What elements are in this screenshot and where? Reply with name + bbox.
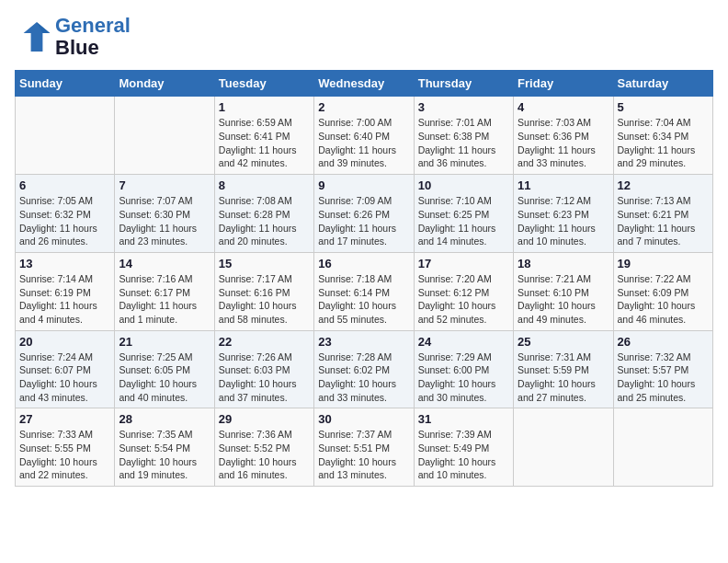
calendar-cell: 6Sunrise: 7:05 AM Sunset: 6:32 PM Daylig…: [16, 175, 115, 253]
calendar-table: SundayMondayTuesdayWednesdayThursdayFrid…: [15, 70, 713, 487]
day-number: 23: [318, 335, 409, 349]
calendar-cell: 10Sunrise: 7:10 AM Sunset: 6:25 PM Dayli…: [414, 175, 513, 253]
day-number: 29: [219, 412, 310, 426]
calendar-cell: 27Sunrise: 7:33 AM Sunset: 5:55 PM Dayli…: [16, 408, 115, 487]
calendar-cell: [115, 97, 214, 175]
calendar-cell: 15Sunrise: 7:17 AM Sunset: 6:16 PM Dayli…: [214, 252, 313, 330]
calendar-cell: 7Sunrise: 7:07 AM Sunset: 6:30 PM Daylig…: [115, 175, 214, 253]
day-info: Sunrise: 7:31 AM Sunset: 5:59 PM Dayligh…: [518, 350, 609, 405]
day-number: 31: [418, 412, 509, 426]
day-info: Sunrise: 7:29 AM Sunset: 6:00 PM Dayligh…: [418, 350, 509, 405]
day-info: Sunrise: 6:59 AM Sunset: 6:41 PM Dayligh…: [219, 116, 310, 170]
day-number: 11: [518, 178, 609, 192]
calendar-cell: 26Sunrise: 7:32 AM Sunset: 5:57 PM Dayli…: [613, 330, 712, 408]
day-number: 12: [618, 178, 709, 192]
day-info: Sunrise: 7:26 AM Sunset: 6:03 PM Dayligh…: [219, 350, 310, 405]
day-number: 15: [219, 257, 310, 270]
day-number: 21: [119, 335, 210, 349]
day-info: Sunrise: 7:01 AM Sunset: 6:38 PM Dayligh…: [418, 116, 509, 170]
calendar-cell: 4Sunrise: 7:03 AM Sunset: 6:36 PM Daylig…: [514, 97, 613, 175]
day-info: Sunrise: 7:14 AM Sunset: 6:19 PM Dayligh…: [19, 272, 110, 327]
day-number: 27: [19, 412, 110, 426]
day-info: Sunrise: 7:36 AM Sunset: 5:52 PM Dayligh…: [219, 428, 310, 482]
day-info: Sunrise: 7:28 AM Sunset: 6:02 PM Dayligh…: [318, 350, 409, 405]
day-number: 24: [418, 335, 509, 349]
calendar-cell: 18Sunrise: 7:21 AM Sunset: 6:10 PM Dayli…: [514, 252, 613, 330]
calendar-header-sunday: Sunday: [16, 71, 115, 97]
calendar-cell: 30Sunrise: 7:37 AM Sunset: 5:51 PM Dayli…: [314, 408, 414, 487]
calendar-header-saturday: Saturday: [613, 71, 712, 97]
day-info: Sunrise: 7:12 AM Sunset: 6:23 PM Dayligh…: [518, 194, 609, 248]
logo-icon: [15, 18, 51, 55]
day-info: Sunrise: 7:33 AM Sunset: 5:55 PM Dayligh…: [19, 428, 110, 482]
day-number: 1: [219, 100, 310, 114]
day-info: Sunrise: 7:25 AM Sunset: 6:05 PM Dayligh…: [119, 350, 210, 405]
calendar-cell: 19Sunrise: 7:22 AM Sunset: 6:09 PM Dayli…: [613, 252, 712, 330]
calendar-cell: 14Sunrise: 7:16 AM Sunset: 6:17 PM Dayli…: [115, 252, 214, 330]
day-info: Sunrise: 7:18 AM Sunset: 6:14 PM Dayligh…: [318, 272, 409, 327]
day-info: Sunrise: 7:08 AM Sunset: 6:28 PM Dayligh…: [219, 194, 310, 248]
day-info: Sunrise: 7:35 AM Sunset: 5:54 PM Dayligh…: [119, 428, 210, 482]
day-number: 19: [618, 257, 709, 270]
calendar-cell: 20Sunrise: 7:24 AM Sunset: 6:07 PM Dayli…: [16, 330, 115, 408]
day-info: Sunrise: 7:20 AM Sunset: 6:12 PM Dayligh…: [418, 272, 509, 327]
calendar-week-row: 6Sunrise: 7:05 AM Sunset: 6:32 PM Daylig…: [16, 175, 713, 253]
calendar-cell: 21Sunrise: 7:25 AM Sunset: 6:05 PM Dayli…: [115, 330, 214, 408]
day-info: Sunrise: 7:04 AM Sunset: 6:34 PM Dayligh…: [618, 116, 709, 170]
day-number: 13: [19, 257, 110, 270]
calendar-cell: 5Sunrise: 7:04 AM Sunset: 6:34 PM Daylig…: [613, 97, 712, 175]
day-info: Sunrise: 7:32 AM Sunset: 5:57 PM Dayligh…: [618, 350, 709, 405]
calendar-cell: 3Sunrise: 7:01 AM Sunset: 6:38 PM Daylig…: [414, 97, 513, 175]
calendar-week-row: 20Sunrise: 7:24 AM Sunset: 6:07 PM Dayli…: [16, 330, 713, 408]
day-number: 14: [119, 257, 210, 270]
calendar-cell: 25Sunrise: 7:31 AM Sunset: 5:59 PM Dayli…: [514, 330, 613, 408]
day-number: 4: [518, 100, 609, 114]
day-info: Sunrise: 7:10 AM Sunset: 6:25 PM Dayligh…: [418, 194, 509, 248]
day-number: 17: [418, 257, 509, 270]
day-info: Sunrise: 7:07 AM Sunset: 6:30 PM Dayligh…: [119, 194, 210, 248]
calendar-header-tuesday: Tuesday: [214, 71, 313, 97]
calendar-header-thursday: Thursday: [414, 71, 513, 97]
day-number: 10: [418, 178, 509, 192]
day-number: 6: [19, 178, 110, 192]
day-info: Sunrise: 7:37 AM Sunset: 5:51 PM Dayligh…: [318, 428, 409, 482]
calendar-header-wednesday: Wednesday: [314, 71, 414, 97]
logo-text: General Blue: [55, 15, 131, 59]
calendar-cell: [514, 408, 613, 487]
svg-marker-0: [24, 22, 51, 52]
day-info: Sunrise: 7:17 AM Sunset: 6:16 PM Dayligh…: [219, 272, 310, 327]
day-info: Sunrise: 7:39 AM Sunset: 5:49 PM Dayligh…: [418, 428, 509, 482]
calendar-header-friday: Friday: [514, 71, 613, 97]
day-info: Sunrise: 7:22 AM Sunset: 6:09 PM Dayligh…: [618, 272, 709, 327]
day-number: 8: [219, 178, 310, 192]
day-number: 2: [318, 100, 409, 114]
day-info: Sunrise: 7:03 AM Sunset: 6:36 PM Dayligh…: [518, 116, 609, 170]
calendar-cell: 22Sunrise: 7:26 AM Sunset: 6:03 PM Dayli…: [214, 330, 313, 408]
calendar-cell: 16Sunrise: 7:18 AM Sunset: 6:14 PM Dayli…: [314, 252, 414, 330]
day-number: 5: [618, 100, 709, 114]
calendar-header-monday: Monday: [115, 71, 214, 97]
day-number: 18: [518, 257, 609, 270]
calendar-cell: 9Sunrise: 7:09 AM Sunset: 6:26 PM Daylig…: [314, 175, 414, 253]
day-number: 28: [119, 412, 210, 426]
calendar-cell: 2Sunrise: 7:00 AM Sunset: 6:40 PM Daylig…: [314, 97, 414, 175]
day-number: 30: [318, 412, 409, 426]
calendar-cell: [613, 408, 712, 487]
calendar-cell: 11Sunrise: 7:12 AM Sunset: 6:23 PM Dayli…: [514, 175, 613, 253]
calendar-cell: 23Sunrise: 7:28 AM Sunset: 6:02 PM Dayli…: [314, 330, 414, 408]
day-number: 7: [119, 178, 210, 192]
day-info: Sunrise: 7:09 AM Sunset: 6:26 PM Dayligh…: [318, 194, 409, 248]
calendar-cell: 29Sunrise: 7:36 AM Sunset: 5:52 PM Dayli…: [214, 408, 313, 487]
day-number: 3: [418, 100, 509, 114]
calendar-cell: 17Sunrise: 7:20 AM Sunset: 6:12 PM Dayli…: [414, 252, 513, 330]
day-info: Sunrise: 7:24 AM Sunset: 6:07 PM Dayligh…: [19, 350, 110, 405]
calendar-week-row: 13Sunrise: 7:14 AM Sunset: 6:19 PM Dayli…: [16, 252, 713, 330]
day-info: Sunrise: 7:13 AM Sunset: 6:21 PM Dayligh…: [618, 194, 709, 248]
day-number: 9: [318, 178, 409, 192]
day-info: Sunrise: 7:00 AM Sunset: 6:40 PM Dayligh…: [318, 116, 409, 170]
calendar-cell: 13Sunrise: 7:14 AM Sunset: 6:19 PM Dayli…: [16, 252, 115, 330]
day-info: Sunrise: 7:05 AM Sunset: 6:32 PM Dayligh…: [19, 194, 110, 248]
day-number: 20: [19, 335, 110, 349]
page-header: General Blue: [15, 15, 713, 59]
calendar-cell: 8Sunrise: 7:08 AM Sunset: 6:28 PM Daylig…: [214, 175, 313, 253]
